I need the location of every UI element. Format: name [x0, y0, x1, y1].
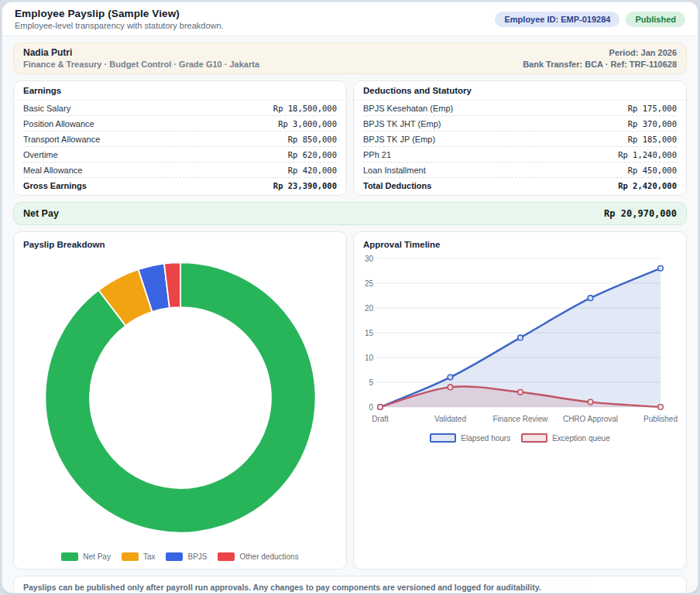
row-value: Rp 620,000 — [288, 150, 337, 159]
status-badge: Published — [626, 12, 685, 27]
bank-ref-label: Bank Transfer: BCA · Ref: TRF-110628 — [523, 59, 677, 70]
row-label: BPJS TK JP (Emp) — [363, 135, 435, 144]
netpay-label: Net Pay — [23, 208, 59, 219]
table-row: Loan Installment Rp 450,000 — [363, 162, 677, 177]
page-title: Employee Payslip (Sample View) — [15, 8, 224, 19]
legend-swatch — [166, 552, 183, 561]
earnings-card: Earnings Basic Salary Rp 18,500,000 Posi… — [13, 80, 347, 196]
legend-item-elapsed-hours[interactable]: Elapsed hours — [430, 433, 510, 443]
table-row: Position Allowance Rp 3,000,000 — [23, 115, 337, 131]
row-label: Position Allowance — [23, 119, 94, 128]
svg-text:30: 30 — [365, 255, 374, 263]
row-label: Basic Salary — [23, 104, 70, 113]
deductions-title: Deductions and Statutory — [354, 81, 686, 101]
title-block: Employee Payslip (Sample View) Employee-… — [15, 8, 224, 30]
svg-text:Draft: Draft — [372, 415, 389, 423]
donut-area: Net Pay Tax BPJS Other deductions — [14, 249, 346, 569]
employee-info: Nadia Putri Finance & Treasury · Budget … — [23, 47, 259, 70]
table-row: PPh 21 Rp 1,240,000 — [363, 146, 677, 162]
legend-swatch — [122, 552, 139, 561]
badge-group: Employee ID: EMP-019284 Published — [495, 12, 685, 27]
breakdown-title: Payslip Breakdown — [14, 232, 346, 249]
table-row: Transport Allowance Rp 850,000 — [23, 131, 337, 146]
row-value: Rp 2,420,000 — [618, 181, 677, 190]
svg-text:0: 0 — [369, 403, 373, 412]
legend-label: BPJS — [187, 552, 207, 561]
row-label: Overtime — [23, 150, 58, 159]
table-row: BPJS TK JHT (Emp) Rp 370,000 — [363, 115, 677, 131]
table-row: BPJS TK JP (Emp) Rp 185,000 — [363, 131, 677, 146]
legend-swatch — [521, 433, 547, 443]
legend-label: Tax — [143, 552, 156, 561]
row-label: Total Deductions — [363, 181, 431, 190]
svg-text:15: 15 — [365, 329, 374, 337]
timeline-chart-svg[interactable]: 051015202530DraftValidatedFinance Review… — [363, 251, 681, 430]
row-value: Rp 18,500,000 — [273, 104, 337, 113]
legend-item-bpjs[interactable]: BPJS — [166, 552, 207, 561]
payroll-meta: Period: Jan 2026 Bank Transfer: BCA · Re… — [523, 47, 677, 70]
app-window: Employee Payslip (Sample View) Employee-… — [2, 2, 698, 593]
total-row: Gross Earnings Rp 23,390,000 — [23, 177, 337, 193]
legend-item-net-pay[interactable]: Net Pay — [61, 552, 111, 561]
row-value: Rp 185,000 — [628, 135, 677, 144]
row-label: Loan Installment — [363, 166, 426, 175]
svg-text:20: 20 — [365, 304, 374, 313]
row-value: Rp 1,240,000 — [618, 150, 677, 159]
footer-note: Payslips can be published only after pay… — [13, 576, 687, 593]
topbar: Employee Payslip (Sample View) Employee-… — [2, 2, 698, 36]
timeline-area: 051015202530DraftValidatedFinance Review… — [354, 249, 686, 443]
legend-item-exception-queue[interactable]: Exception queue — [521, 433, 610, 443]
svg-text:10: 10 — [365, 354, 374, 362]
row-label: Gross Earnings — [23, 181, 87, 190]
row-value: Rp 23,390,000 — [273, 181, 337, 190]
page-content: Nadia Putri Finance & Treasury · Budget … — [2, 36, 698, 593]
pay-tables: Earnings Basic Salary Rp 18,500,000 Posi… — [13, 80, 687, 196]
page-subtitle: Employee-level transparency with statuto… — [15, 21, 224, 30]
row-value: Rp 850,000 — [288, 135, 337, 144]
row-value: Rp 3,000,000 — [278, 119, 337, 128]
timeline-title: Approval Timeline — [354, 232, 686, 249]
row-value: Rp 370,000 — [628, 119, 677, 128]
table-row: Basic Salary Rp 18,500,000 — [23, 101, 337, 115]
row-value: Rp 450,000 — [628, 166, 677, 175]
row-value: Rp 420,000 — [288, 166, 337, 175]
employee-id-badge: Employee ID: EMP-019284 — [495, 12, 619, 27]
employee-details: Finance & Treasury · Budget Control · Gr… — [23, 59, 259, 70]
payslip-donut-svg[interactable] — [35, 252, 326, 543]
employee-name: Nadia Putri — [23, 47, 259, 59]
svg-text:25: 25 — [365, 279, 374, 288]
charts-row: Payslip Breakdown Net Pay Tax — [13, 231, 687, 569]
svg-text:Published: Published — [643, 415, 678, 423]
earnings-rows: Basic Salary Rp 18,500,000 Position Allo… — [14, 101, 346, 195]
row-value: Rp 175,000 — [628, 104, 677, 113]
timeline-legend: Elapsed hours Exception queue — [363, 433, 677, 443]
row-label: Transport Allowance — [23, 135, 100, 144]
legend-item-other-deductions[interactable]: Other deductions — [218, 552, 298, 561]
legend-label: Other deductions — [239, 552, 298, 561]
breakdown-card: Payslip Breakdown Net Pay Tax — [13, 231, 347, 569]
netpay-value: Rp 20,970,000 — [604, 208, 677, 219]
earnings-title: Earnings — [14, 81, 346, 101]
netpay-bar: Net Pay Rp 20,970,000 — [13, 202, 687, 225]
total-row: Total Deductions Rp 2,420,000 — [363, 177, 677, 193]
donut-legend: Net Pay Tax BPJS Other deductions — [61, 552, 298, 561]
legend-label: Exception queue — [552, 434, 610, 443]
deductions-rows: BPJS Kesehatan (Emp) Rp 175,000 BPJS TK … — [354, 101, 686, 195]
period-label: Period: Jan 2026 — [523, 47, 677, 59]
svg-text:Validated: Validated — [434, 415, 466, 423]
table-row: BPJS Kesehatan (Emp) Rp 175,000 — [363, 101, 677, 115]
legend-swatch — [430, 433, 456, 443]
row-label: BPJS TK JHT (Emp) — [363, 119, 441, 128]
timeline-card: Approval Timeline 051015202530DraftValid… — [353, 231, 687, 569]
table-row: Overtime Rp 620,000 — [23, 146, 337, 162]
row-label: PPh 21 — [363, 150, 391, 159]
legend-swatch — [218, 552, 235, 561]
legend-swatch — [61, 552, 78, 561]
table-row: Meal Allowance Rp 420,000 — [23, 162, 337, 177]
deductions-card: Deductions and Statutory BPJS Kesehatan … — [353, 80, 687, 196]
employee-bar: Nadia Putri Finance & Treasury · Budget … — [13, 43, 687, 74]
row-label: BPJS Kesehatan (Emp) — [363, 104, 453, 113]
legend-item-tax[interactable]: Tax — [122, 552, 156, 561]
svg-text:CHRO Approval: CHRO Approval — [563, 415, 618, 423]
svg-text:5: 5 — [369, 378, 373, 387]
